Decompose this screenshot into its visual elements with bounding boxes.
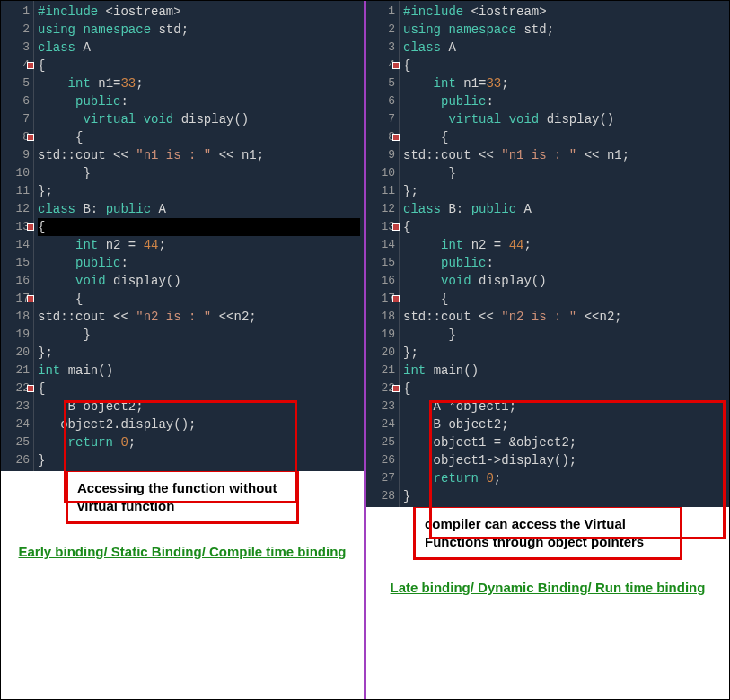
code-line[interactable]: void display() [403, 272, 726, 290]
code-line[interactable]: std::cout << "n1 is : " << n1; [403, 146, 726, 164]
below-right: compiler can access the Virtual Function… [366, 507, 729, 699]
code-line[interactable]: }; [38, 344, 360, 362]
code-line[interactable]: int n2 = 44; [38, 236, 360, 254]
line-number: 26 [368, 451, 395, 469]
code-line[interactable]: { [38, 380, 360, 398]
caption-left: Early binding/ Static Binding/ Compile t… [9, 524, 355, 579]
code-line[interactable]: using namespace std; [38, 21, 360, 39]
line-number: 14 [3, 236, 30, 254]
code-line[interactable]: class A [403, 39, 726, 57]
code-line[interactable]: } [403, 164, 726, 182]
code-line[interactable]: { [38, 218, 360, 236]
code-line[interactable]: { [403, 57, 726, 74]
line-number: 13 [368, 218, 395, 236]
line-number: 4 [368, 57, 395, 74]
fold-marker-icon[interactable] [392, 295, 400, 302]
fold-marker-icon[interactable] [27, 385, 34, 392]
line-number: 23 [3, 398, 30, 416]
code-line[interactable]: { [403, 218, 726, 236]
fold-marker-icon[interactable] [27, 295, 34, 302]
line-number: 10 [368, 164, 395, 182]
code-line[interactable]: std::cout << "n2 is : " <<n2; [403, 308, 726, 326]
line-number: 24 [368, 416, 395, 433]
line-number: 10 [3, 164, 30, 182]
code-line[interactable]: int n1=33; [403, 74, 726, 92]
code-line[interactable]: { [403, 380, 726, 398]
code-line[interactable]: object1 = &object2; [403, 433, 726, 451]
code-line[interactable]: }; [38, 182, 360, 200]
code-line[interactable]: { [403, 290, 726, 308]
line-number: 25 [368, 433, 395, 451]
fold-marker-icon[interactable] [392, 223, 400, 231]
code-line[interactable]: } [403, 487, 726, 505]
line-number: 5 [368, 74, 395, 92]
code-line[interactable]: } [38, 451, 360, 469]
code-line[interactable]: } [38, 326, 360, 344]
code-line[interactable]: A *object1; [403, 398, 726, 416]
fold-marker-icon[interactable] [27, 62, 34, 69]
code-line[interactable]: virtual void display() [403, 110, 726, 128]
line-number: 1 [3, 3, 30, 21]
code-line[interactable]: public: [38, 92, 360, 110]
line-number: 21 [368, 362, 395, 380]
code-area-left: #include <iostream>using namespace std;c… [34, 1, 364, 471]
line-number: 5 [3, 74, 30, 92]
code-line[interactable]: public: [403, 254, 726, 272]
line-number: 17 [3, 290, 30, 308]
fold-marker-icon[interactable] [392, 134, 400, 141]
code-line[interactable]: { [38, 57, 360, 74]
code-line[interactable]: int main() [38, 362, 360, 380]
code-line[interactable]: }; [403, 344, 726, 362]
code-line[interactable]: public: [38, 254, 360, 272]
left-pane: 1234567891011121314151617181920212223242… [1, 1, 366, 699]
fold-marker-icon[interactable] [392, 385, 400, 392]
code-line[interactable]: { [38, 128, 360, 146]
line-number: 8 [3, 128, 30, 146]
line-number: 1 [368, 3, 395, 21]
fold-marker-icon[interactable] [27, 134, 34, 141]
code-line[interactable]: std::cout << "n2 is : " <<n2; [38, 308, 360, 326]
line-number: 7 [3, 110, 30, 128]
line-number: 13 [3, 218, 30, 236]
code-line[interactable]: using namespace std; [403, 21, 726, 39]
code-line[interactable]: #include <iostream> [38, 3, 360, 21]
code-line[interactable]: { [38, 290, 360, 308]
code-line[interactable]: class B: public A [38, 200, 360, 218]
line-number: 26 [3, 451, 30, 469]
code-line[interactable]: virtual void display() [38, 110, 360, 128]
code-line[interactable]: int main() [403, 362, 726, 380]
line-number: 27 [368, 469, 395, 487]
line-number: 19 [3, 326, 30, 344]
code-line[interactable]: { [403, 128, 726, 146]
line-number: 19 [368, 326, 395, 344]
code-line[interactable]: B object2; [38, 398, 360, 416]
code-line[interactable]: #include <iostream> [403, 3, 726, 21]
line-number: 9 [368, 146, 395, 164]
code-line[interactable]: }; [403, 182, 726, 200]
code-line[interactable]: class A [38, 39, 360, 57]
code-line[interactable]: return 0; [403, 469, 726, 487]
fold-marker-icon[interactable] [27, 223, 34, 231]
code-line[interactable]: } [403, 326, 726, 344]
code-line[interactable]: B object2; [403, 416, 726, 433]
line-number: 24 [3, 416, 30, 433]
line-number: 14 [368, 236, 395, 254]
code-line[interactable]: int n2 = 44; [403, 236, 726, 254]
code-line[interactable]: public: [403, 92, 726, 110]
line-number: 18 [3, 308, 30, 326]
code-line[interactable]: int n1=33; [38, 74, 360, 92]
line-number: 25 [3, 433, 30, 451]
line-number: 16 [368, 272, 395, 290]
right-pane: 1234567891011121314151617181920212223242… [366, 1, 729, 699]
code-line[interactable]: void display() [38, 272, 360, 290]
line-number: 3 [368, 39, 395, 57]
code-line[interactable]: return 0; [38, 433, 360, 451]
line-number: 20 [368, 344, 395, 362]
fold-marker-icon[interactable] [392, 62, 400, 69]
code-line[interactable]: object2.display(); [38, 416, 360, 433]
code-line[interactable]: class B: public A [403, 200, 726, 218]
code-line[interactable]: object1->display(); [403, 451, 726, 469]
line-number: 11 [3, 182, 30, 200]
code-line[interactable]: std::cout << "n1 is : " << n1; [38, 146, 360, 164]
code-line[interactable]: } [38, 164, 360, 182]
